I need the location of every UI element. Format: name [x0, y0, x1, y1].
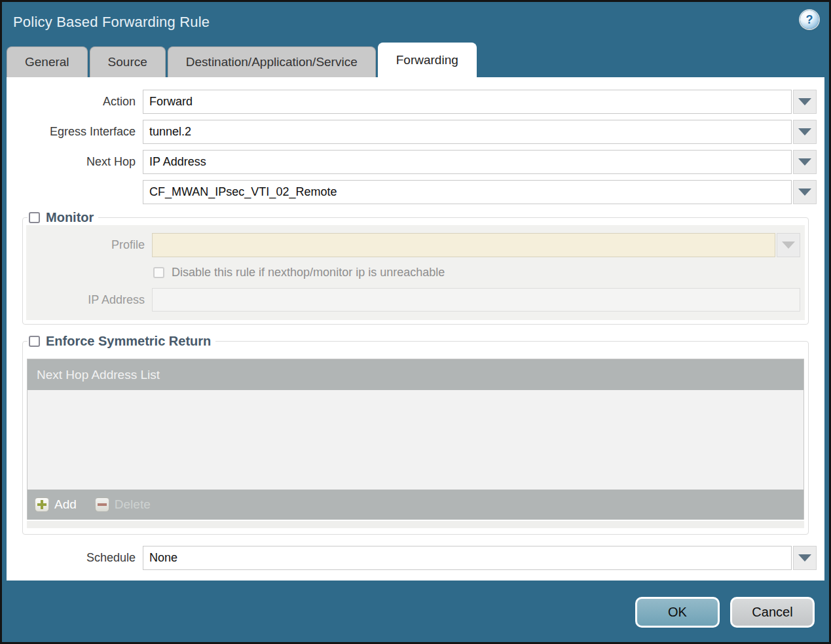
delete-button: Delete: [95, 497, 151, 512]
monitor-ip-address-label: IP Address: [26, 293, 152, 307]
tab-source[interactable]: Source: [90, 46, 166, 77]
next-hop-type-select[interactable]: IP Address: [143, 150, 817, 174]
plus-icon: [35, 497, 49, 512]
enforce-symmetric-return-title: Enforce Symmetric Return: [46, 334, 211, 349]
dialog-title: Policy Based Forwarding Rule: [13, 14, 210, 31]
egress-interface-label: Egress Interface: [7, 125, 143, 139]
tab-destination-application-service[interactable]: Destination/Application/Service: [168, 46, 376, 77]
disable-rule-label: Disable this rule if nexthop/monitor ip …: [172, 266, 445, 279]
action-label: Action: [7, 95, 143, 109]
pbf-rule-dialog: Policy Based Forwarding Rule ? General S…: [0, 0, 831, 644]
monitor-panel: Profile Disable this rule if nexthop/mon…: [26, 225, 805, 320]
egress-interface-row: Egress Interface tunnel.2: [7, 120, 817, 144]
chevron-down-icon: [798, 554, 811, 562]
action-value: Forward: [143, 90, 792, 114]
tab-forwarding-label: Forwarding: [396, 53, 458, 67]
disable-rule-row: Disable this rule if nexthop/monitor ip …: [153, 266, 800, 279]
next-hop-address-row: CF_MWAN_IPsec_VTI_02_Remote: [7, 180, 817, 204]
help-icon-glyph: ?: [806, 13, 813, 27]
table-header-label: Next Hop Address List: [37, 368, 160, 382]
add-button-label: Add: [54, 497, 77, 512]
action-row: Action Forward: [7, 90, 817, 114]
action-select[interactable]: Forward: [143, 90, 817, 114]
tab-destination-label: Destination/Application/Service: [186, 55, 358, 69]
ok-button[interactable]: OK: [635, 597, 720, 628]
schedule-row: Schedule None: [7, 546, 817, 570]
enforce-symmetric-return-legend: Enforce Symmetric Return: [28, 334, 215, 349]
dialog-footer: OK Cancel: [2, 581, 829, 644]
next-hop-address-list-table: Next Hop Address List Add Delete: [27, 359, 804, 520]
tab-forwarding[interactable]: Forwarding: [378, 43, 477, 77]
disable-rule-checkbox: [153, 267, 164, 278]
delete-button-label: Delete: [115, 497, 151, 512]
egress-interface-value: tunnel.2: [143, 120, 792, 144]
cancel-button[interactable]: Cancel: [730, 597, 815, 628]
table-footer: Add Delete: [28, 490, 803, 520]
monitor-title: Monitor: [46, 210, 94, 225]
monitor-checkbox[interactable]: [29, 212, 40, 223]
tab-general-label: General: [25, 55, 69, 69]
monitor-ip-address-input: [152, 288, 800, 312]
chevron-down-icon: [798, 188, 811, 196]
profile-value: [152, 233, 775, 257]
action-dropdown-button[interactable]: [793, 90, 817, 114]
add-button[interactable]: Add: [35, 497, 77, 512]
schedule-dropdown-button[interactable]: [793, 546, 817, 570]
tab-bar: General Source Destination/Application/S…: [2, 43, 829, 77]
next-hop-address-dropdown-button[interactable]: [793, 180, 817, 204]
egress-interface-dropdown-button[interactable]: [793, 120, 817, 144]
table-header: Next Hop Address List: [28, 359, 803, 390]
next-hop-address-value: CF_MWAN_IPsec_VTI_02_Remote: [143, 180, 792, 204]
next-hop-type-value: IP Address: [143, 150, 792, 174]
table-scroll-strip: [27, 521, 804, 528]
help-icon[interactable]: ?: [800, 10, 819, 29]
chevron-down-icon: [798, 128, 811, 135]
chevron-down-icon: [798, 158, 811, 166]
minus-icon: [95, 497, 109, 512]
schedule-select[interactable]: None: [143, 546, 817, 570]
chevron-down-icon: [798, 98, 811, 105]
next-hop-type-dropdown-button[interactable]: [793, 150, 817, 174]
next-hop-address-select[interactable]: CF_MWAN_IPsec_VTI_02_Remote: [143, 180, 817, 204]
profile-label: Profile: [26, 238, 152, 252]
enforce-symmetric-return-checkbox[interactable]: [29, 336, 40, 347]
monitor-section: Monitor Profile Disable this rule if nex…: [22, 210, 809, 325]
next-hop-label: Next Hop: [7, 155, 143, 169]
monitor-legend: Monitor: [28, 210, 98, 225]
forwarding-tab-panel: Action Forward Egress Interface tunnel.2…: [7, 77, 824, 581]
egress-interface-select[interactable]: tunnel.2: [143, 120, 817, 144]
table-body[interactable]: [28, 390, 803, 490]
schedule-label: Schedule: [7, 551, 143, 565]
tab-source-label: Source: [108, 55, 147, 69]
dialog-titlebar: Policy Based Forwarding Rule: [2, 2, 829, 43]
next-hop-row: Next Hop IP Address: [7, 150, 817, 174]
monitor-ip-address-row: IP Address: [26, 288, 800, 312]
profile-dropdown-button: [777, 233, 800, 257]
chevron-down-icon: [782, 241, 795, 249]
enforce-symmetric-return-section: Enforce Symmetric Return Next Hop Addres…: [22, 334, 809, 535]
tab-general[interactable]: General: [7, 46, 88, 77]
profile-select: [152, 233, 800, 257]
profile-row: Profile: [26, 233, 800, 257]
schedule-value: None: [143, 546, 792, 570]
